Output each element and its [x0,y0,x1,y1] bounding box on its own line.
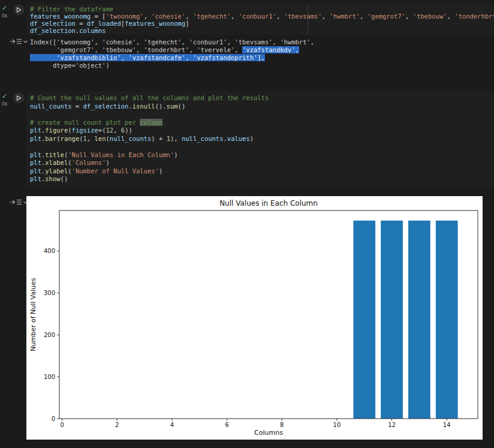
code-token: , [405,13,413,20]
execution-success-icon: ✓ [2,4,7,12]
code-token: , [322,13,330,20]
code-token: ) + [151,135,166,142]
code-token: features_woonomg [125,20,185,27]
code-token: , [360,13,368,20]
code-line: # Filter the dataframe [30,5,494,13]
code-token: ), [170,135,182,142]
x-tick-label: 2 [115,422,119,428]
code-token: , [447,13,455,20]
code-line: # create null count plot per column [30,119,494,127]
code-token: ylabel [45,167,68,175]
code-token: df_selection [30,20,76,27]
code-token: # Count the null values of all the colum… [30,94,269,101]
code-token: plt [30,167,41,175]
code-token: , [113,127,121,134]
code-token: features_woonomg [30,13,91,20]
code-token: df_loaded [87,20,121,27]
output-line: Index(['twoonomg', 'cohesie', 'tgehecht'… [30,38,390,46]
code-token: (). [155,103,167,110]
code-token: 'twoonomg' [106,13,143,20]
y-axis-label: Number of Null Values [29,278,37,351]
execution-duration: 0s [2,101,7,107]
y-tick-label: 0 [52,416,55,422]
play-icon [16,7,22,13]
y-tick-label: 400 [44,248,55,254]
x-tick-label: 10 [333,422,341,428]
x-tick-label: 0 [60,422,64,428]
run-cell-button[interactable] [14,93,24,103]
x-tick-label: 6 [225,422,228,428]
code-token: Index(['twoonomg', 'cohesie', 'tgehecht'… [30,38,314,46]
code-token: 'tgehecht' [193,13,231,20]
code-line: plt.xlabel('Columns') [30,159,494,167]
code-token: )) [125,127,132,134]
code-token: , [276,13,284,20]
code-token: sum [167,103,178,110]
x-axis-label: Columns [254,429,283,437]
code-line: df_selection.columns [30,27,494,34]
code-token: = [72,103,83,110]
selected-text: 'vzafstandbiblio', 'vzafstandcafe', 'vza… [30,54,265,61]
run-cell-button[interactable] [14,5,24,15]
bar [353,221,375,419]
code-token: xlabel [45,159,68,166]
code-token: null_counts [30,103,72,110]
code-line: plt.figure(figsize=(12, 6)) [30,127,494,135]
code-token: 'tonderhbrt' [454,13,494,20]
x-tick-label: 4 [170,422,174,428]
code-token: 'hwmbrt' [330,13,360,20]
bar [381,221,403,419]
chart-title: Null Values in Each Column [219,199,318,208]
code-token: dtype='object') [30,62,110,69]
code-token: plt [30,175,41,182]
y-tick-label: 100 [44,374,55,380]
code-line [30,110,494,119]
output-options-icon[interactable] [10,197,28,209]
code-token: 'tbebouw' [413,13,447,20]
null-values-bar-chart: 024681012140100200300400Null Values in E… [26,196,483,440]
code-token: show [45,175,60,182]
output-options-icon[interactable] [10,37,28,48]
code-token: = [76,20,87,27]
code-line: plt.show() [30,175,494,184]
code-token: title [45,151,64,158]
code-token: 'Null Values in Each Column' [68,151,174,158]
cell-2-editor[interactable]: # Count the null values of all the colum… [30,94,494,185]
cell-1-editor[interactable]: # Filter the dataframefeatures_woonomg =… [30,5,494,35]
output-line: 'vzafstandbiblio', 'vzafstandcafe', 'vza… [30,54,390,62]
code-token: , [231,13,239,20]
code-token: ) [250,135,254,142]
x-tick-label: 14 [443,422,451,428]
code-line: plt.title('Null Values in Each Column') [30,151,494,160]
code-token: = [ [91,13,106,20]
code-token: df_selection [30,27,76,34]
code-token: 'Number of Null Values' [72,167,159,175]
code-token: , [87,135,95,142]
code-token: df_selection [83,103,129,110]
code-token: figure [45,127,68,134]
chevron-down-icon [24,41,28,43]
code-token: figsize [72,127,98,134]
code-token: ] [185,20,189,27]
code-token: () [178,103,186,110]
code-token: # create null count plot per [30,119,140,126]
code-token: 'tbevsams' [284,13,322,20]
bar [436,221,458,419]
code-line: features_woonomg = ['twoonomg', 'cohesie… [30,13,494,20]
play-icon [16,95,22,101]
code-token: () [61,175,68,182]
code-token: plt [30,159,41,166]
highlighted-word: column [140,119,162,126]
execution-duration: 0s [2,13,7,19]
code-token: values [227,135,250,142]
x-tick-label: 8 [280,422,284,428]
code-token: =( [98,127,106,134]
code-token: null_counts [110,135,152,142]
code-token: ) [174,151,177,158]
code-token: isnull [132,103,155,110]
code-line [30,143,494,151]
code-token: null_counts [182,135,224,142]
code-token: columns [79,27,106,34]
output-line: 'gemgrot7', 'tbebouw', 'tonderhbrt', 'tv… [30,46,390,54]
code-token: range [61,135,80,142]
